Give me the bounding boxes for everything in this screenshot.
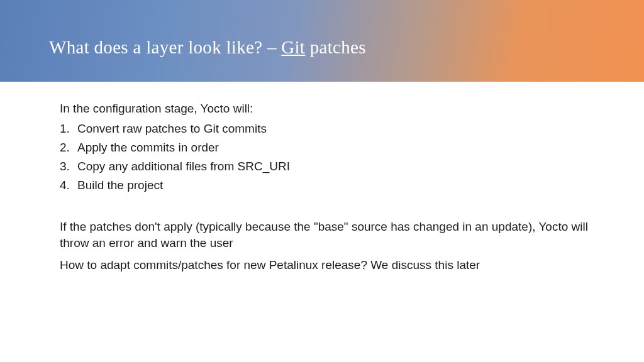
paragraph-1: If the patches don't apply (typically be…: [60, 219, 595, 251]
list-item: 2.Apply the commits in order: [77, 138, 595, 157]
list-item: 3.Copy any additional files from SRC_URI: [77, 157, 595, 176]
list-item-text: Apply the commits in order: [77, 141, 219, 154]
paragraph-2: How to adapt commits/patches for new Pet…: [60, 257, 595, 273]
title-underlined: Git: [281, 37, 305, 57]
content-area: In the configuration stage, Yocto will: …: [0, 82, 644, 273]
header-banner: What does a layer look like? – Git patch…: [0, 0, 644, 82]
list-number: 3.: [60, 157, 74, 176]
list-item-text: Copy any additional files from SRC_URI: [77, 160, 290, 173]
list-number: 4.: [60, 176, 74, 195]
list-item: 4.Build the project: [77, 176, 595, 195]
list-item-text: Convert raw patches to Git commits: [77, 122, 267, 135]
steps-list: 1.Convert raw patches to Git commits 2.A…: [60, 119, 595, 195]
title-suffix: patches: [305, 37, 366, 57]
list-number: 2.: [60, 138, 74, 157]
title-prefix: What does a layer look like? –: [49, 37, 281, 57]
list-item-text: Build the project: [77, 178, 163, 192]
slide-title: What does a layer look like? – Git patch…: [49, 37, 366, 58]
list-item: 1.Convert raw patches to Git commits: [77, 119, 595, 138]
list-number: 1.: [60, 119, 74, 138]
intro-text: In the configuration stage, Yocto will:: [60, 102, 595, 116]
